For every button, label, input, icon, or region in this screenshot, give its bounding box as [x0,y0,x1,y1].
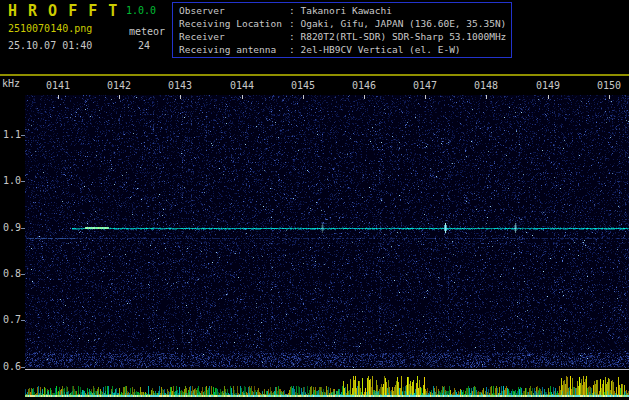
output-filename: 2510070140.png [8,23,92,34]
time-tick-label: 0142 [107,80,131,91]
time-tick-label: 0145 [291,80,315,91]
info-label: Observer [179,4,289,17]
observation-datetime: 25.10.07 01:40 [8,40,92,51]
frequency-tick-label: 1.1 [3,129,21,140]
info-value: : Takanori Kawachi [289,4,392,17]
info-label: Receiving antenna [179,43,289,56]
info-label: Receiver [179,30,289,43]
time-tick-label: 0143 [168,80,192,91]
frequency-tick-label: 0.8 [3,268,21,279]
signal-strip-canvas [25,372,629,397]
info-value: : 2el-HB9CV Vertical (el. E-W) [289,43,461,56]
hrofft-output: H R O F F T 1.0.0 2510070140.png meteor … [0,0,629,400]
frequency-tick-label: 1.0 [3,175,21,186]
app-title: H R O F F T [8,2,118,20]
meteor-count: 24 [138,40,150,51]
time-tick-label: 0144 [230,80,254,91]
info-label: Receiving Location [179,17,289,30]
time-tick-label: 0147 [413,80,437,91]
info-value: : R820T2(RTL-SDR) SDR-Sharp 53.1000MHz [289,30,506,43]
station-info: Observer : Takanori Kawachi Receiving Lo… [179,4,506,56]
frequency-unit-label: kHz [2,78,20,89]
spectrogram-canvas [25,95,629,368]
time-tick-label: 0141 [46,80,70,91]
info-row: Receiving antenna : 2el-HB9CV Vertical (… [179,43,506,56]
time-tick-label: 0150 [597,80,621,91]
time-tick-label: 0146 [352,80,376,91]
info-value: : Ogaki, Gifu, JAPAN (136.60E, 35.35N) [289,17,506,30]
frequency-tick-label: 0.6 [3,361,21,372]
frequency-tick-label: 0.9 [3,222,21,233]
app-version: 1.0.0 [126,5,156,16]
info-row: Receiving Location : Ogaki, Gifu, JAPAN … [179,17,506,30]
frequency-tick-label: 0.7 [3,314,21,325]
header-separator-line [0,74,629,76]
time-tick-label: 0149 [536,80,560,91]
info-row: Receiver : R820T2(RTL-SDR) SDR-Sharp 53.… [179,30,506,43]
baseline-white-line [25,369,629,370]
info-row: Observer : Takanori Kawachi [179,4,506,17]
time-tick-label: 0148 [474,80,498,91]
mode-label: meteor [129,26,165,37]
